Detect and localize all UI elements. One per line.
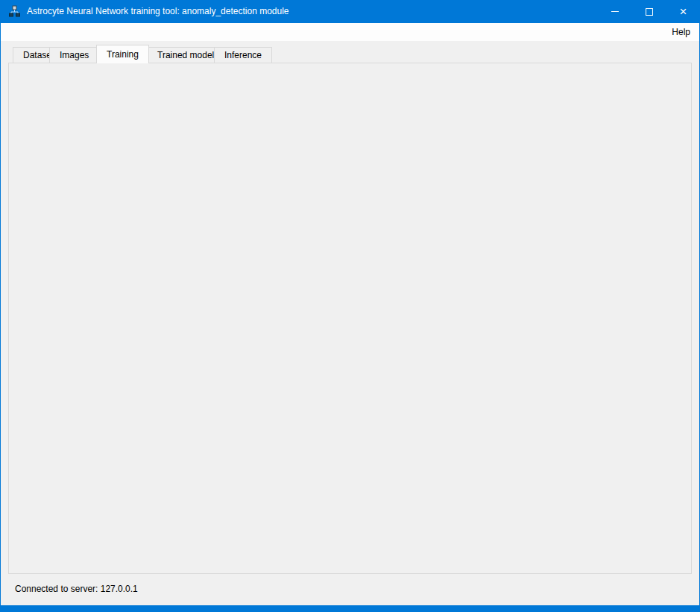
status-bar-text: Connected to server: 127.0.0.1 [15, 584, 138, 594]
close-icon: × [680, 5, 687, 18]
window-left-edge [0, 23, 1, 605]
menu-bar: Help [0, 23, 700, 41]
close-button[interactable]: × [666, 0, 700, 23]
window-bottom-edge [0, 605, 700, 612]
tab-inference[interactable]: Inference [214, 47, 272, 63]
help-menu-item[interactable]: Help [669, 23, 693, 41]
training-tab-panel [8, 63, 692, 574]
maximize-icon [646, 8, 653, 16]
window-title: Astrocyte Neural Network training tool: … [27, 0, 289, 23]
maximize-button[interactable] [632, 0, 666, 23]
application-window: Astrocyte Neural Network training tool: … [0, 0, 700, 612]
tab-images[interactable]: Images [49, 47, 99, 63]
minimize-button[interactable] [598, 0, 631, 23]
tab-training[interactable]: Training [96, 45, 149, 63]
app-icon [8, 5, 21, 18]
minimize-icon [611, 11, 619, 12]
title-bar: Astrocyte Neural Network training tool: … [0, 0, 700, 23]
